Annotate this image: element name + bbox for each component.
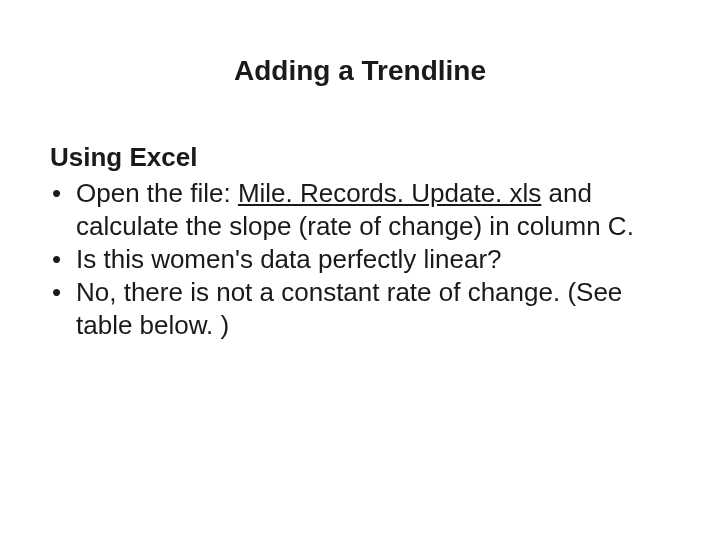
bullet-item: Open the file: Mile. Records. Update. xl…	[50, 177, 670, 243]
bullet-text: Is this women's data perfectly linear?	[76, 244, 502, 274]
bullet-item: No, there is not a constant rate of chan…	[50, 276, 670, 342]
slide-subheading: Using Excel	[50, 142, 670, 173]
slide-title: Adding a Trendline	[50, 55, 670, 87]
bullet-item: Is this women's data perfectly linear?	[50, 243, 670, 276]
bullet-text: No, there is not a constant rate of chan…	[76, 277, 622, 340]
bullet-text-prefix: Open the file:	[76, 178, 238, 208]
bullet-link[interactable]: Mile. Records. Update. xls	[238, 178, 541, 208]
slide: Adding a Trendline Using Excel Open the …	[0, 0, 720, 540]
bullet-list: Open the file: Mile. Records. Update. xl…	[50, 177, 670, 342]
